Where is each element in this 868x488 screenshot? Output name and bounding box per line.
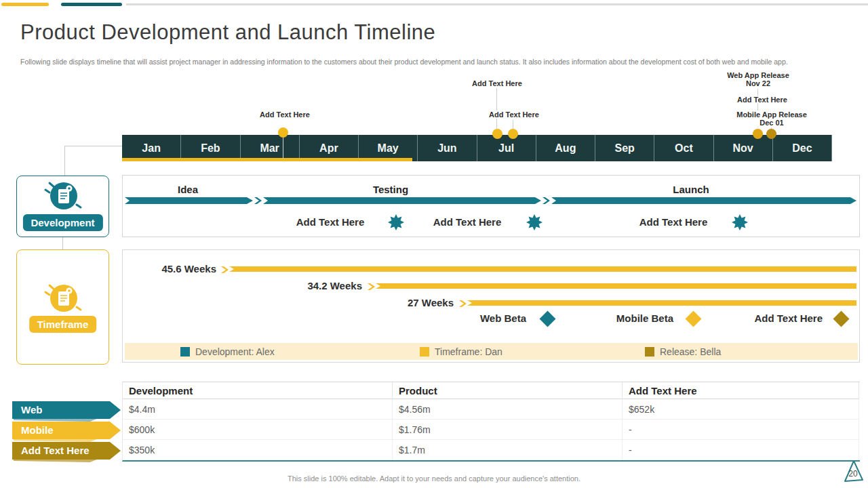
arrow-chevron [368, 283, 375, 290]
arrow-chevron [254, 197, 262, 204]
milestone-dot-dec [766, 129, 776, 139]
table-row-addtext: $350k $1.7m - [123, 440, 860, 460]
web-release-title: Web App Release [727, 71, 789, 79]
cell-mobile-product: $1.76m [393, 420, 623, 440]
mobile-release-title: Mobile App Release [736, 110, 807, 119]
weeks-bar-2 [376, 283, 856, 289]
milestone-dot-jul-2 [508, 129, 518, 139]
mobile-release-date: Dec 01 [736, 119, 807, 127]
month-cell-aug: Aug [536, 135, 595, 161]
milestone-dot-nov [753, 129, 763, 139]
dev-note-1[interactable]: Add Text Here [296, 216, 365, 228]
dev-note-3[interactable]: Add Text Here [639, 216, 708, 228]
cell-addtext-development: $350k [123, 440, 393, 460]
marker-label-mobile-release[interactable]: Mobile App Release Dec 01 [734, 110, 809, 127]
marker-label-jul-bottom[interactable]: Add Text Here [487, 110, 541, 119]
weeks-bar-3 [467, 300, 856, 306]
row-tag-web: Web [12, 401, 121, 419]
marker-line [496, 88, 497, 129]
arrow-chevron [459, 300, 467, 307]
month-cell-jun: Jun [418, 135, 477, 161]
milestone-dot-mar [278, 127, 288, 138]
web-release-date: Nov 22 [727, 79, 789, 87]
row-tag-addtext[interactable]: Add Text Here [12, 442, 121, 460]
page-number-text: 20 [848, 469, 858, 479]
cell-addtext-addtext: - [623, 440, 859, 460]
weeks-label-1: 45.6 Weeks [123, 263, 216, 274]
star-burst-icon [732, 214, 748, 230]
cell-web-addtext: $652k [623, 399, 859, 420]
month-cell-oct: Oct [654, 135, 713, 161]
marker-label-web-release[interactable]: Web App Release Nov 22 [725, 71, 791, 87]
milestone-dot-jul-1 [492, 129, 502, 139]
month-cell-dec: Dec [773, 135, 832, 161]
col-header-add-text[interactable]: Add Text Here [623, 382, 859, 399]
page-title: Product Development and Launch Timeline [20, 20, 435, 45]
timeline-progress-underline [122, 158, 412, 161]
col-header-development: Development [123, 382, 393, 399]
legend-item-timeframe: Timeframe: Dan [420, 343, 502, 360]
phase-testing: Testing [373, 184, 408, 195]
legend-swatch-timeframe [420, 347, 429, 357]
arrow-chevron [542, 197, 550, 204]
footer-note: This slide is 100% editable. Adapt it to… [0, 474, 868, 483]
legend-swatch-release [645, 347, 654, 357]
development-icon [41, 178, 85, 214]
dev-note-2[interactable]: Add Text Here [433, 216, 502, 228]
accent-bar-yellow [1, 3, 49, 6]
legend-label-development: Development: Alex [195, 346, 275, 357]
timeframe-card[interactable]: Timeframe [16, 249, 109, 365]
marker-label-mar[interactable]: Add Text Here [258, 110, 312, 119]
star-burst-icon [526, 214, 542, 230]
legend-swatch-development [180, 347, 190, 357]
phase-launch: Launch [673, 184, 709, 195]
marker-label-nov-add[interactable]: Add Text Here [735, 96, 789, 104]
legend-item-development: Development: Alex [180, 343, 275, 360]
weeks-label-2: 34.2 Weeks [123, 280, 362, 291]
marker-label-jul-top[interactable]: Add Text Here [470, 79, 524, 87]
cell-web-development: $4.4m [123, 399, 393, 420]
phase-arrow-testing [263, 197, 541, 204]
accent-bar-teal [61, 3, 122, 6]
slide-canvas: Product Development and Launch Timeline … [0, 0, 868, 488]
cost-table: Development Product Add Text Here $4.4m … [122, 382, 860, 462]
marker-line [283, 138, 283, 159]
milestone-add-text-label[interactable]: Add Text Here [123, 312, 823, 324]
development-card[interactable]: Development [16, 176, 109, 237]
slide-subtitle: Following slide displays timeline that w… [20, 58, 814, 66]
cell-web-product: $4.56m [393, 399, 623, 420]
accent-bar-gray [126, 3, 868, 5]
connector-line [62, 237, 63, 249]
table-row-web: $4.4m $4.56m $652k [123, 399, 860, 420]
weeks-bar-1 [229, 266, 856, 272]
month-cell-sep: Sep [595, 135, 654, 161]
timeframe-icon [41, 280, 85, 317]
row-tag-mobile: Mobile [12, 422, 121, 439]
legend-strip: Development: Alex Timeframe: Dan Release… [125, 343, 858, 360]
phase-idea: Idea [178, 184, 198, 195]
connector-line [64, 146, 65, 176]
legend-label-timeframe: Timeframe: Dan [435, 346, 502, 357]
weeks-label-3: 27 Weeks [123, 297, 454, 308]
timeframe-card-label: Timeframe [29, 316, 97, 333]
connector-line [64, 146, 122, 146]
cell-mobile-development: $600k [123, 420, 393, 440]
arrow-chevron [221, 266, 229, 273]
col-header-product: Product [393, 382, 623, 399]
cell-addtext-product: $1.7m [393, 440, 623, 460]
timeline-month-bar: Jan Feb Mar Apr May Jun Jul Aug Sep Oct … [122, 135, 832, 161]
marker-line [513, 120, 513, 129]
legend-item-release: Release: Bella [645, 343, 721, 360]
timeframe-section: 45.6 Weeks 34.2 Weeks 27 Weeks Web Beta … [122, 249, 860, 363]
table-header-row: Development Product Add Text Here [123, 382, 860, 399]
table-row-mobile: $600k $1.76m - [123, 420, 860, 440]
cell-mobile-addtext: - [623, 420, 859, 440]
phase-arrow-launch [551, 197, 856, 204]
page-number-badge: 20 [841, 458, 865, 487]
legend-label-release: Release: Bella [660, 346, 721, 357]
star-burst-icon [388, 214, 404, 230]
add-text-diamond-icon [833, 310, 849, 327]
development-card-label: Development [22, 214, 102, 231]
month-cell-nov: Nov [714, 135, 773, 161]
month-cell-jul: Jul [477, 135, 536, 161]
